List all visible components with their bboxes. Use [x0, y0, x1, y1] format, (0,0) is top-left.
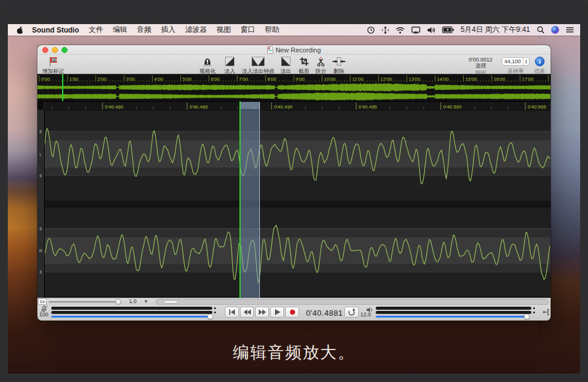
split-button[interactable]: 拆分 [314, 57, 328, 75]
menu-file[interactable]: 文件 [89, 25, 103, 35]
playhead-overview[interactable] [62, 74, 63, 101]
normalize-button[interactable]: 规格化 [196, 57, 219, 75]
horizontal-scrollbar[interactable] [156, 299, 549, 305]
left-channel-waveform[interactable] [45, 111, 551, 201]
fade-in-button[interactable]: 淡入 [221, 57, 239, 75]
svg-text:12'00: 12'00 [381, 77, 393, 82]
menu-audio[interactable]: 音频 [137, 25, 151, 35]
menu-app-name[interactable]: Sound Studio [32, 26, 79, 34]
scale-bottom-right: 6 [37, 269, 44, 274]
menu-edit[interactable]: 编辑 [113, 25, 127, 35]
delete-button[interactable]: 删除 [330, 57, 348, 75]
output-clip-dot-top [533, 307, 535, 309]
scrollbar-thumb[interactable] [163, 300, 178, 304]
siri-icon[interactable] [551, 26, 559, 34]
menu-bar: Sound Studio 文件 编辑 音频 插入 滤波器 视图 窗口 帮助 [8, 24, 580, 36]
selection-value: 0'00.0012 [460, 57, 502, 63]
output-meter-bottom [376, 311, 531, 314]
fade-in-out-icon [251, 57, 265, 67]
output-level-value: 12.0 [358, 312, 371, 318]
selection-value2: 选择 [460, 63, 502, 69]
airplay-display-icon[interactable] [411, 27, 420, 34]
input-clip-dot-top [214, 307, 216, 309]
overview-waveform[interactable] [37, 83, 551, 101]
playhead-main[interactable] [239, 101, 241, 298]
transport-bar: 100 [37, 305, 551, 321]
loop-button[interactable] [344, 307, 359, 318]
zoom-1x-button[interactable]: 1x [38, 298, 46, 305]
zoom-value-dropdown[interactable]: ▼ [144, 299, 148, 304]
sample-rate-stepper[interactable]: ▲▼ [523, 58, 529, 65]
go-to-start-button[interactable] [225, 307, 239, 318]
apple-icon [16, 26, 24, 34]
battery-icon[interactable] [442, 27, 454, 33]
volume-icon[interactable] [427, 27, 435, 34]
wifi-icon[interactable] [396, 27, 405, 34]
wave-region[interactable] [45, 110, 551, 298]
output-volume-slider[interactable] [376, 316, 530, 318]
menu-filter[interactable]: 滤波器 [185, 25, 207, 35]
four-way-arrows-icon[interactable] [382, 26, 389, 34]
title-bar[interactable]: New Recording [37, 45, 551, 55]
play-button[interactable] [270, 307, 284, 318]
close-button[interactable] [42, 47, 48, 53]
fade-out-button[interactable]: 淡出 [277, 57, 294, 75]
svg-text:18'00: 18'00 [550, 77, 551, 82]
time-machine-icon[interactable] [367, 26, 375, 34]
record-button[interactable] [285, 307, 299, 318]
sample-rate-control: 44,100 ▲▼ 采样率 [499, 57, 532, 75]
zoom-button[interactable] [62, 47, 68, 53]
fast-forward-button[interactable] [255, 307, 269, 318]
zoom-slider-thumb[interactable] [115, 299, 121, 305]
scale-top-left: 6 [37, 130, 44, 134]
fade-in-out-button[interactable]: 淡入淡出特效 [241, 57, 276, 75]
info-button[interactable]: i [535, 57, 545, 66]
input-volume-thumb[interactable] [207, 314, 213, 319]
overview-ruler[interactable]: 0'001'002'003'004'005'006'007'008'009'00… [37, 74, 551, 83]
route-to-output-icon[interactable] [542, 308, 549, 316]
crop-icon [300, 57, 309, 67]
zoom-bar: 1x 1.0 ▼ [37, 298, 551, 305]
input-volume-slider[interactable] [51, 316, 210, 318]
zoom-slider[interactable] [49, 301, 121, 302]
waveform-editor: 6 L 6 6 R 6 [37, 110, 551, 298]
svg-text:0'40.500: 0'40.500 [443, 104, 462, 110]
menu-help[interactable]: 帮助 [265, 25, 279, 35]
svg-text:0'00: 0'00 [41, 77, 50, 82]
info-control: i 信息 [531, 57, 548, 75]
output-volume-thumb[interactable] [524, 314, 530, 319]
selection-region[interactable] [241, 102, 260, 298]
add-marker-button[interactable]: M 增加标记 [40, 56, 66, 75]
svg-text:16'00: 16'00 [493, 77, 505, 82]
spotlight-search-icon[interactable] [537, 26, 545, 34]
input-clip-dot-bottom [214, 312, 216, 313]
desktop: Sound Studio 文件 编辑 音频 插入 滤波器 视图 窗口 帮助 [8, 24, 580, 374]
svg-text:6'00: 6'00 [210, 77, 220, 82]
svg-text:11'00: 11'00 [352, 77, 364, 82]
delete-icon [332, 57, 346, 67]
menu-view[interactable]: 视图 [217, 25, 231, 35]
apple-menu[interactable] [16, 26, 24, 34]
menu-date-time[interactable]: 5月4日 周六 下午9:41 [461, 25, 530, 35]
crop-button[interactable]: 截剪 [296, 57, 312, 75]
svg-text:0'40.485: 0'40.485 [189, 104, 208, 110]
loop-icon [347, 308, 356, 316]
right-channel-waveform[interactable] [45, 208, 551, 296]
ruler-corner-cell [37, 102, 45, 110]
selection-ruler-highlight [241, 102, 260, 109]
notification-center-icon[interactable] [566, 27, 574, 33]
svg-text:1'00: 1'00 [69, 77, 78, 82]
minimize-button[interactable] [52, 47, 58, 53]
rewind-button[interactable] [240, 307, 254, 318]
output-clip-dot-bottom [533, 312, 535, 313]
menu-window[interactable]: 窗口 [241, 25, 255, 35]
toolbar: M 增加标记 规格化 淡入 [37, 55, 551, 74]
sample-rate-field[interactable]: 44,100 ▲▼ [502, 57, 530, 66]
input-level-value: 100 [37, 312, 48, 318]
menu-insert[interactable]: 插入 [161, 25, 175, 35]
input-meter-top [51, 307, 212, 310]
svg-text:8'00: 8'00 [267, 77, 276, 82]
svg-text:2'00: 2'00 [98, 77, 107, 82]
fade-out-icon [281, 57, 291, 67]
zoomed-ruler[interactable]: 0'40.4800'40.4850'40.4900'40.4950'40.500… [37, 101, 551, 110]
